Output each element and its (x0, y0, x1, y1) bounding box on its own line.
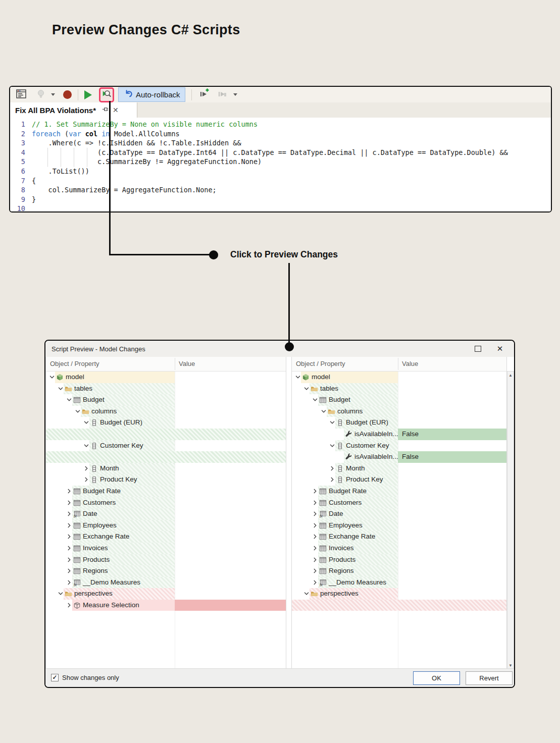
chevron-right-icon[interactable] (66, 522, 73, 529)
ok-button[interactable]: OK (413, 671, 460, 685)
chevron-right-icon[interactable] (66, 499, 73, 506)
record-button[interactable] (63, 88, 72, 101)
tree-row[interactable]: Budget (EUR) (46, 417, 286, 429)
tree-row[interactable]: Products (292, 554, 506, 566)
tree-row[interactable]: isAvailableIn...False (292, 451, 506, 463)
chevron-right-icon[interactable] (66, 579, 73, 586)
maximize-button[interactable] (468, 341, 488, 356)
run-options-dropdown[interactable] (233, 88, 237, 101)
run-custom-action-button[interactable] (198, 88, 210, 101)
close-button[interactable]: ✕ (490, 341, 510, 356)
chevron-down-icon[interactable] (312, 396, 319, 403)
chevron-down-icon[interactable] (66, 396, 73, 403)
new-script-button[interactable] (15, 88, 27, 101)
tree-row[interactable]: Customers (46, 497, 286, 509)
suggestions-button[interactable] (35, 88, 46, 101)
close-tab-icon[interactable]: ✕ (113, 107, 119, 114)
preview-changes-button[interactable] (99, 87, 114, 102)
auto-rollback-button[interactable]: Auto-rollback (118, 87, 185, 102)
chevron-right-icon[interactable] (312, 488, 319, 495)
tree-row[interactable]: Budget (292, 394, 506, 406)
revert-button[interactable]: Revert (466, 671, 513, 685)
tree-row[interactable]: Regions (46, 565, 286, 577)
pin-icon[interactable] (101, 105, 109, 115)
code-editor[interactable]: 1// 1. Set SummarizeBy = None on visible… (10, 118, 551, 213)
chevron-right-icon[interactable] (312, 579, 319, 586)
tree-row[interactable]: Exchange Rate (46, 531, 286, 543)
chevron-right-icon[interactable] (329, 476, 336, 483)
tree-row[interactable]: tables (292, 383, 506, 395)
vertical-scrollbar[interactable]: ▲ ▼ (507, 371, 514, 670)
tree-row[interactable]: Exchange Rate (292, 531, 506, 543)
chevron-right-icon[interactable] (312, 533, 319, 540)
tree-row[interactable]: Invoices (46, 543, 286, 554)
tree-row[interactable]: Budget Rate (292, 486, 506, 497)
tree-row[interactable]: fxDate (292, 508, 506, 520)
tree-row[interactable]: isAvailableIn...False (292, 429, 506, 440)
chevron-right-icon[interactable] (66, 567, 73, 574)
tree-row[interactable]: Month (46, 463, 286, 474)
chevron-right-icon[interactable] (312, 510, 319, 517)
tree-row[interactable]: Budget (EUR) (292, 417, 506, 429)
suggestions-dropdown[interactable] (51, 88, 55, 101)
chevron-right-icon[interactable] (83, 465, 90, 472)
chevron-down-icon[interactable] (294, 374, 301, 381)
chevron-down-icon[interactable] (303, 590, 310, 597)
tree-row[interactable]: Customer Key (46, 440, 286, 452)
tree-row-label: Products (83, 554, 110, 566)
chevron-right-icon[interactable] (66, 510, 73, 517)
chevron-down-icon[interactable] (83, 419, 90, 426)
tree-row[interactable]: perspectives (46, 588, 286, 600)
tree-row[interactable]: Product Key (292, 474, 506, 486)
tree-row[interactable]: Budget Rate (46, 486, 286, 497)
tree-row[interactable]: model (292, 371, 506, 383)
dialog-titlebar[interactable]: Script Preview - Model Changes ✕ (45, 341, 514, 357)
tree-row[interactable]: tables (46, 383, 286, 395)
chevron-down-icon[interactable] (329, 419, 336, 426)
chevron-down-icon[interactable] (48, 374, 56, 381)
chevron-down-icon[interactable] (320, 408, 327, 415)
tree-row[interactable]: Employees (46, 520, 286, 532)
chevron-down-icon[interactable] (57, 385, 64, 392)
tree-row[interactable]: Customer Key (292, 440, 506, 452)
chevron-down-icon[interactable] (329, 442, 336, 449)
tab-title: Fix All BPA Violations* (15, 106, 96, 115)
chevron-down-icon[interactable] (57, 590, 64, 597)
tree-row[interactable]: Product Key (46, 474, 286, 486)
chevron-right-icon[interactable] (66, 533, 73, 540)
tree-row[interactable]: fx__Demo Measures (292, 577, 506, 589)
chevron-right-icon[interactable] (329, 465, 336, 472)
chevron-right-icon[interactable] (312, 499, 319, 506)
show-changes-only-checkbox[interactable]: ✓ (51, 674, 59, 681)
chevron-right-icon[interactable] (66, 556, 73, 563)
tree-row[interactable]: model (46, 371, 286, 383)
tree-row[interactable]: fx__Demo Measures (46, 577, 286, 589)
tree-row[interactable]: Regions (292, 565, 506, 577)
chevron-down-icon[interactable] (74, 408, 81, 415)
chevron-right-icon[interactable] (83, 476, 90, 483)
tree-row[interactable]: perspectives (292, 588, 506, 600)
chevron-right-icon[interactable] (66, 602, 73, 609)
tree-row[interactable]: Month (292, 463, 506, 474)
tree-row[interactable]: Invoices (292, 543, 506, 554)
chevron-right-icon[interactable] (66, 488, 73, 495)
chevron-right-icon[interactable] (312, 522, 319, 529)
scroll-up-button[interactable]: ▲ (507, 371, 514, 379)
run-script-button[interactable] (84, 88, 92, 101)
chevron-right-icon[interactable] (66, 545, 73, 552)
tree-row[interactable]: Products (46, 554, 286, 566)
tree-row[interactable]: Budget (46, 394, 286, 406)
tree-row[interactable]: fxDate (46, 508, 286, 520)
tree-row[interactable]: columns (46, 406, 286, 417)
tree-row[interactable]: Customers (292, 497, 506, 509)
chevron-right-icon[interactable] (312, 556, 319, 563)
tree-row-label: isAvailableIn... (354, 451, 398, 463)
tree-row[interactable]: columns (292, 406, 506, 417)
chevron-right-icon[interactable] (312, 545, 319, 552)
chevron-right-icon[interactable] (312, 567, 319, 574)
tree-row[interactable]: Employees (292, 520, 506, 532)
chevron-down-icon[interactable] (303, 385, 310, 392)
tab-fix-all-bpa-violations[interactable]: Fix All BPA Violations* ✕ (10, 102, 137, 118)
chevron-down-icon[interactable] (83, 442, 90, 449)
tree-row[interactable]: Measure Selection (46, 600, 286, 611)
